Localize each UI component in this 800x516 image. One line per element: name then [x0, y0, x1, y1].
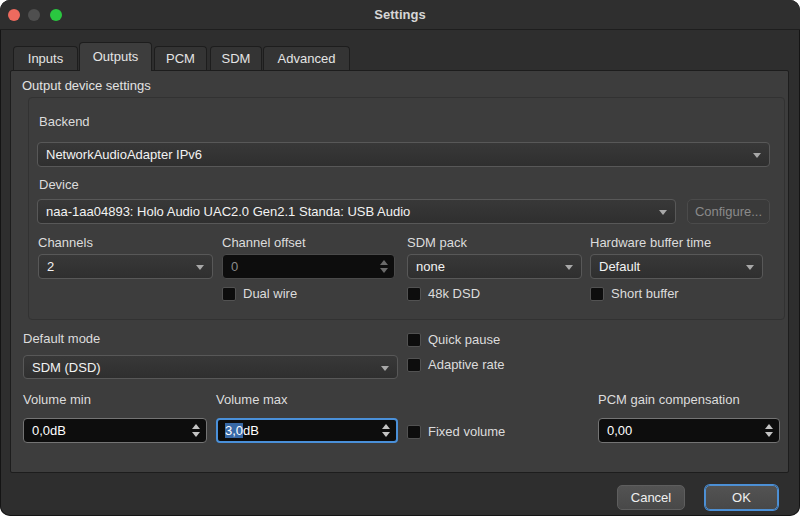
channels-select[interactable]: 2 [38, 254, 213, 279]
pcm-gain-value: 0,00 [607, 423, 632, 438]
zoom-icon[interactable] [50, 9, 62, 21]
spinner-down-icon[interactable] [382, 432, 390, 437]
checkbox-icon [407, 287, 421, 301]
close-icon[interactable] [8, 9, 20, 21]
quick-pause-checkbox[interactable]: Quick pause [407, 332, 500, 347]
checkbox-icon [407, 358, 421, 372]
spinner-buttons[interactable] [190, 419, 202, 442]
hardware-buffer-time-label: Hardware buffer time [590, 235, 711, 250]
checkbox-icon [407, 333, 421, 347]
adaptive-rate-label: Adaptive rate [428, 357, 505, 372]
volume-max-selected-text: 3,0 [225, 423, 243, 438]
title-bar[interactable]: Settings [0, 0, 800, 30]
device-selected-value: naa-1aa04893: Holo Audio UAC2.0 Gen2.1 S… [46, 204, 410, 219]
48k-dsd-checkbox[interactable]: 48k DSD [407, 286, 480, 301]
sdm-pack-select[interactable]: none [407, 254, 582, 279]
chevron-down-icon [565, 265, 573, 270]
pcm-gain-compensation-label: PCM gain compensation [598, 392, 740, 407]
channel-offset-value: 0 [231, 259, 238, 274]
tab-outputs[interactable]: Outputs [79, 42, 152, 71]
chevron-down-icon [196, 265, 204, 270]
spinner-up-icon[interactable] [765, 424, 773, 429]
backend-select[interactable]: NetworkAudioAdapter IPv6 [37, 142, 770, 167]
ok-button[interactable]: OK [705, 485, 778, 510]
volume-max-spinbox[interactable]: 3,0dB [216, 418, 398, 443]
spinner-down-icon[interactable] [192, 432, 200, 437]
spinner-down-icon[interactable] [765, 432, 773, 437]
adaptive-rate-checkbox[interactable]: Adaptive rate [407, 357, 505, 372]
volume-max-label: Volume max [216, 392, 288, 407]
tab-pcm[interactable]: PCM [154, 46, 207, 70]
tab-sdm[interactable]: SDM [210, 46, 262, 70]
chevron-down-icon [753, 153, 761, 158]
short-buffer-checkbox[interactable]: Short buffer [590, 286, 679, 301]
channels-label: Channels [38, 235, 93, 250]
tab-inputs[interactable]: Inputs [13, 46, 78, 70]
fixed-volume-checkbox[interactable]: Fixed volume [407, 424, 505, 439]
checkbox-icon [222, 287, 236, 301]
48k-dsd-label: 48k DSD [428, 286, 480, 301]
minimize-icon [28, 9, 40, 21]
backend-selected-value: NetworkAudioAdapter IPv6 [46, 147, 202, 162]
cancel-button[interactable]: Cancel [617, 485, 685, 510]
spinner-buttons [378, 255, 390, 278]
backend-label: Backend [39, 114, 90, 129]
default-mode-label: Default mode [23, 331, 100, 346]
chevron-down-icon [746, 265, 754, 270]
short-buffer-label: Short buffer [611, 286, 679, 301]
dual-wire-label: Dual wire [243, 286, 297, 301]
hardware-buffer-selected-value: Default [599, 259, 640, 274]
volume-min-value: 0,0dB [32, 423, 66, 438]
volume-min-label: Volume min [23, 392, 91, 407]
tab-advanced[interactable]: Advanced [263, 46, 350, 70]
chevron-down-icon [659, 210, 667, 215]
default-mode-select[interactable]: SDM (DSD) [23, 355, 398, 379]
device-label: Device [39, 177, 79, 192]
spinner-up-icon[interactable] [382, 424, 390, 429]
spinner-up-icon [380, 260, 388, 265]
channels-selected-value: 2 [47, 259, 54, 274]
default-mode-selected-value: SDM (DSD) [32, 360, 101, 375]
pcm-gain-compensation-spinbox[interactable]: 0,00 [598, 418, 780, 443]
device-select[interactable]: naa-1aa04893: Holo Audio UAC2.0 Gen2.1 S… [37, 199, 676, 224]
fixed-volume-label: Fixed volume [428, 424, 505, 439]
sdm-pack-label: SDM pack [407, 235, 467, 250]
settings-dialog: Settings Inputs Outputs PCM SDM Advanced… [0, 0, 800, 516]
dual-wire-checkbox[interactable]: Dual wire [222, 286, 297, 301]
spinner-up-icon[interactable] [192, 424, 200, 429]
configure-button: Configure... [687, 199, 770, 224]
checkbox-icon [590, 287, 604, 301]
quick-pause-label: Quick pause [428, 332, 500, 347]
channel-offset-label: Channel offset [222, 235, 306, 250]
checkbox-icon [407, 425, 421, 439]
chevron-down-icon [381, 366, 389, 371]
channel-offset-spinbox: 0 [222, 254, 395, 279]
spinner-down-icon [380, 268, 388, 273]
hardware-buffer-time-select[interactable]: Default [590, 254, 763, 279]
volume-max-unselected-text: dB [243, 423, 259, 438]
spinner-buttons[interactable] [380, 420, 392, 441]
group-title-output-device-settings: Output device settings [22, 78, 151, 93]
volume-min-spinbox[interactable]: 0,0dB [23, 418, 207, 443]
spinner-buttons[interactable] [763, 419, 775, 442]
sdm-pack-selected-value: none [416, 259, 445, 274]
window-title: Settings [0, 0, 800, 29]
